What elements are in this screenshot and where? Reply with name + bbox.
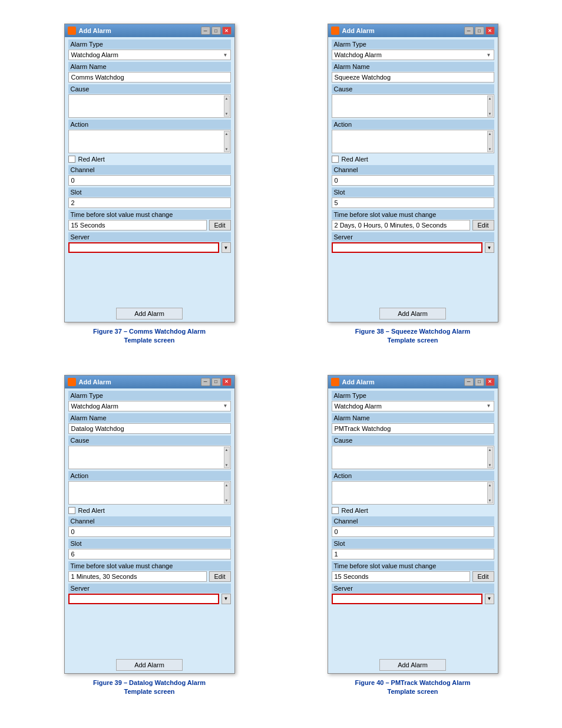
minimize-btn-fig40[interactable]: ─ [464,378,474,386]
cause-textarea-fig40[interactable]: ▲ ▼ [332,446,494,469]
slot-value-fig39: 6 [68,549,231,559]
alarm-type-dropdown-fig37[interactable]: Watchdog Alarm ▼ [68,50,231,60]
time-row-fig37: 15 Seconds Edit [68,220,231,230]
server-label-fig40: Server [332,584,494,593]
footer-fig39: Add Alarm [65,657,234,673]
time-row-fig40: 15 Seconds Edit [332,571,494,582]
edit-btn-fig40[interactable]: Edit [472,571,494,582]
server-row-fig39: ▼ [68,594,231,604]
slot-label-fig40: Slot [332,539,494,548]
alarm-type-dropdown-fig38[interactable]: Watchdog Alarm ▼ [332,50,494,60]
edit-btn-fig38[interactable]: Edit [472,220,494,230]
server-input-fig38[interactable] [332,242,482,253]
dialog-fig39: Add Alarm ─ □ ✕ Alarm Type Watchdog Alar… [64,375,235,674]
red-alert-checkbox-fig39[interactable] [68,507,75,514]
add-alarm-btn-fig39[interactable]: Add Alarm [116,659,183,671]
maximize-btn-fig38[interactable]: □ [475,27,484,35]
time-value-fig40: 15 Seconds [332,571,470,582]
caption-fig37: Figure 37 – Comms Watchdog Alarm Templat… [93,327,206,345]
close-btn-fig37[interactable]: ✕ [222,27,232,35]
red-alert-checkbox-fig37[interactable] [68,156,75,163]
body-fig37: Alarm Type Watchdog Alarm ▼ Alarm Name C… [65,37,234,305]
cause-label-fig37: Cause [68,84,231,94]
server-dropdown-btn-fig39[interactable]: ▼ [222,594,231,604]
action-textarea-fig40[interactable]: ▲ ▼ [332,481,494,505]
server-dropdown-btn-fig38[interactable]: ▼ [485,242,494,253]
channel-value-fig40: 0 [332,526,494,537]
alarm-type-dropdown-fig40[interactable]: Watchdog Alarm ▼ [332,401,494,411]
add-alarm-btn-fig37[interactable]: Add Alarm [116,308,183,319]
server-row-fig37: ▼ [68,242,231,253]
alarm-type-dropdown-fig39[interactable]: Watchdog Alarm ▼ [68,401,231,411]
app-icon-fig38 [331,27,339,35]
server-dropdown-btn-fig37[interactable]: ▼ [222,242,231,253]
footer-fig37: Add Alarm [65,305,234,322]
red-alert-label-fig38: Red Alert [342,156,368,163]
slot-value-fig37: 2 [68,197,231,208]
server-input-fig39[interactable] [68,594,219,604]
cause-textarea-fig37[interactable]: ▲ ▼ [68,94,231,118]
figure-40-block: Add Alarm ─ □ ✕ Alarm Type Watchdog Alar… [299,375,527,697]
time-value-fig37: 15 Seconds [68,220,207,230]
time-row-fig38: 2 Days, 0 Hours, 0 Minutes, 0 Seconds Ed… [332,220,494,230]
minimize-btn-fig37[interactable]: ─ [201,27,210,35]
server-input-fig37[interactable] [68,242,219,253]
edit-btn-fig39[interactable]: Edit [209,571,231,582]
red-alert-label-fig39: Red Alert [78,507,105,514]
action-textarea-fig39[interactable]: ▲ ▼ [68,481,231,505]
red-alert-checkbox-fig40[interactable] [332,507,339,514]
slot-label-fig37: Slot [68,187,231,197]
alarm-type-label-fig39: Alarm Type [68,391,231,400]
alarm-name-value-fig38: Squeeze Watchdog [332,72,494,83]
cause-textarea-fig38[interactable]: ▲ ▼ [332,94,494,118]
slot-label-fig38: Slot [332,187,494,197]
alarm-name-label-fig39: Alarm Name [68,413,231,423]
channel-label-fig38: Channel [332,165,494,174]
cause-scrollbar-fig37: ▲ ▼ [224,95,230,117]
titlebar-fig39: Add Alarm ─ □ ✕ [65,375,234,388]
maximize-btn-fig37[interactable]: □ [211,27,221,35]
red-alert-row-fig37: Red Alert [68,156,231,163]
minimize-btn-fig39[interactable]: ─ [201,378,210,386]
close-btn-fig39[interactable]: ✕ [222,378,232,386]
dropdown-arrow-fig40: ▼ [487,403,491,409]
server-dropdown-btn-fig40[interactable]: ▼ [485,594,494,604]
title-buttons-fig40: ─ □ ✕ [464,378,495,386]
app-icon-fig40 [331,378,339,386]
action-label-fig38: Action [332,120,494,129]
server-input-fig40[interactable] [332,594,482,604]
cause-scrollbar-fig39: ▲ ▼ [224,447,230,468]
dialog-fig37: Add Alarm ─ □ ✕ Alarm Type Watchdog Alar… [64,24,235,322]
title-buttons-fig39: ─ □ ✕ [201,378,232,386]
figure-38-block: Add Alarm ─ □ ✕ Alarm Type Watchdog Alar… [299,24,527,345]
time-value-fig39: 1 Minutes, 30 Seconds [68,571,207,582]
red-alert-checkbox-fig38[interactable] [332,156,339,163]
red-alert-row-fig39: Red Alert [68,507,231,514]
close-btn-fig40[interactable]: ✕ [485,378,495,386]
add-alarm-btn-fig38[interactable]: Add Alarm [379,308,446,319]
minimize-btn-fig38[interactable]: ─ [464,27,474,35]
edit-btn-fig37[interactable]: Edit [209,220,231,230]
add-alarm-btn-fig40[interactable]: Add Alarm [379,659,446,671]
maximize-btn-fig39[interactable]: □ [211,378,221,386]
action-textarea-fig37[interactable]: ▲ ▼ [68,130,231,153]
time-label-fig37: Time before slot value must change [68,210,231,219]
action-textarea-fig38[interactable]: ▲ ▼ [332,130,494,153]
cause-textarea-fig39[interactable]: ▲ ▼ [68,446,231,469]
maximize-btn-fig40[interactable]: □ [475,378,484,386]
alarm-name-value-fig40: PMTrack Watchdog [332,423,494,434]
time-label-fig38: Time before slot value must change [332,210,494,219]
channel-value-fig37: 0 [68,175,231,186]
dialog-title-fig37: Add Alarm [79,27,111,34]
alarm-name-label-fig37: Alarm Name [68,62,231,71]
time-value-fig38: 2 Days, 0 Hours, 0 Minutes, 0 Seconds [332,220,470,230]
dialog-fig38: Add Alarm ─ □ ✕ Alarm Type Watchdog Alar… [328,24,498,322]
action-label-fig39: Action [68,471,231,480]
time-label-fig39: Time before slot value must change [68,561,231,571]
spacer-fig39 [68,606,231,653]
server-label-fig37: Server [68,232,231,242]
spacer-fig38 [332,255,494,302]
close-btn-fig38[interactable]: ✕ [485,27,495,35]
channel-value-fig38: 0 [332,175,494,186]
red-alert-row-fig38: Red Alert [332,156,494,163]
